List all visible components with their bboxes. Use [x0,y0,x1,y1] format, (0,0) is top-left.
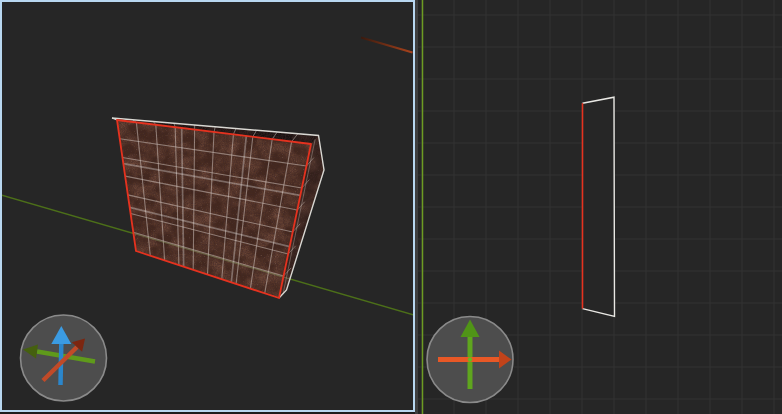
perspective-scene-canvas [2,2,413,410]
wall-object-ortho[interactable] [583,97,615,316]
viewport-orthographic[interactable] [418,0,782,414]
editor-window [0,0,782,414]
viewport-perspective[interactable] [0,0,415,412]
orthographic-scene-canvas [418,0,782,414]
axis-gizmo-perspective[interactable] [21,315,107,401]
axis-gizmo-ortho[interactable] [427,317,513,403]
